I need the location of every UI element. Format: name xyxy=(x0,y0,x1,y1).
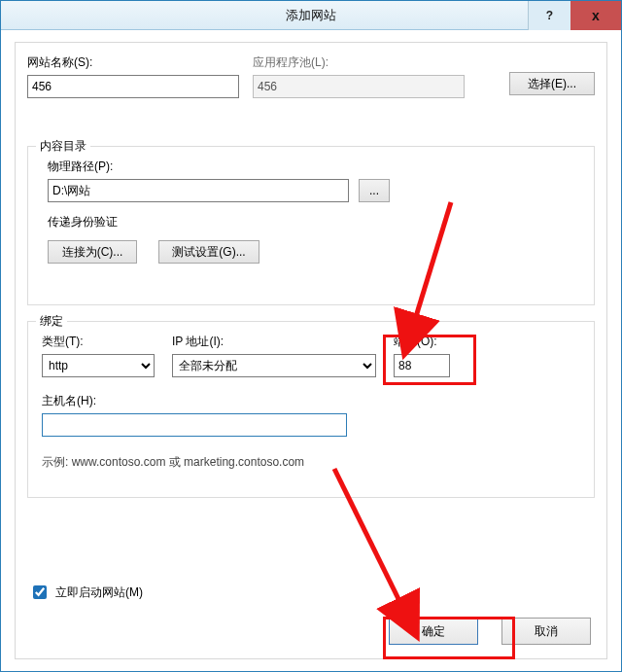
label-app-pool: 应用程序池(L): xyxy=(253,54,465,71)
port-input[interactable] xyxy=(394,354,450,377)
titlebar: 添加网站 ? x xyxy=(1,1,621,30)
site-name-input[interactable] xyxy=(27,75,239,98)
legend-content-dir: 内容目录 xyxy=(36,138,90,155)
label-type: 类型(T): xyxy=(42,334,155,350)
group-content-dir: 内容目录 物理路径(P): ... 传递身份验证 连接为(C)... 测试设置(… xyxy=(27,146,595,305)
browse-button[interactable]: ... xyxy=(359,179,390,202)
ip-select[interactable]: 全部未分配 xyxy=(172,354,376,377)
titlebar-controls: ? x xyxy=(528,1,621,30)
connect-as-button[interactable]: 连接为(C)... xyxy=(48,240,137,264)
host-input[interactable] xyxy=(42,413,347,437)
physical-path-input[interactable] xyxy=(48,179,349,202)
auto-start-checkbox[interactable]: 立即启动网站(M) xyxy=(29,583,143,602)
ok-button[interactable]: 确定 xyxy=(389,618,478,645)
label-site-name: 网站名称(S): xyxy=(27,54,239,71)
cancel-button[interactable]: 取消 xyxy=(501,618,591,645)
label-ip: IP 地址(I): xyxy=(172,334,376,350)
label-passthrough: 传递身份验证 xyxy=(48,214,580,230)
app-pool-input xyxy=(253,75,465,98)
group-binding: 绑定 类型(T): http IP 地址(I): 全部未分配 端口(O): xyxy=(27,321,595,498)
client-area: 网站名称(S): 应用程序池(L): 选择(E)... 内容目录 物理路径(P)… xyxy=(15,42,607,659)
example-text: 示例: www.contoso.com 或 marketing.contoso.… xyxy=(42,454,580,471)
test-settings-button[interactable]: 测试设置(G)... xyxy=(158,240,259,264)
label-port: 端口(O): xyxy=(394,334,450,350)
auto-start-input[interactable] xyxy=(33,585,47,599)
window-title: 添加网站 xyxy=(286,7,336,24)
close-button[interactable]: x xyxy=(570,1,621,30)
type-select[interactable]: http xyxy=(42,354,155,377)
label-physical-path: 物理路径(P): xyxy=(48,159,580,175)
auto-start-label: 立即启动网站(M) xyxy=(55,584,143,601)
legend-binding: 绑定 xyxy=(36,313,67,330)
help-button[interactable]: ? xyxy=(528,1,570,30)
select-app-pool-button[interactable]: 选择(E)... xyxy=(509,72,595,95)
label-host: 主机名(H): xyxy=(42,393,580,409)
dialog-add-website: 添加网站 ? x 网站名称(S): 应用程序池(L): 选择(E)... xyxy=(0,0,622,672)
row-site-pool: 网站名称(S): 应用程序池(L): 选择(E)... xyxy=(27,54,595,98)
